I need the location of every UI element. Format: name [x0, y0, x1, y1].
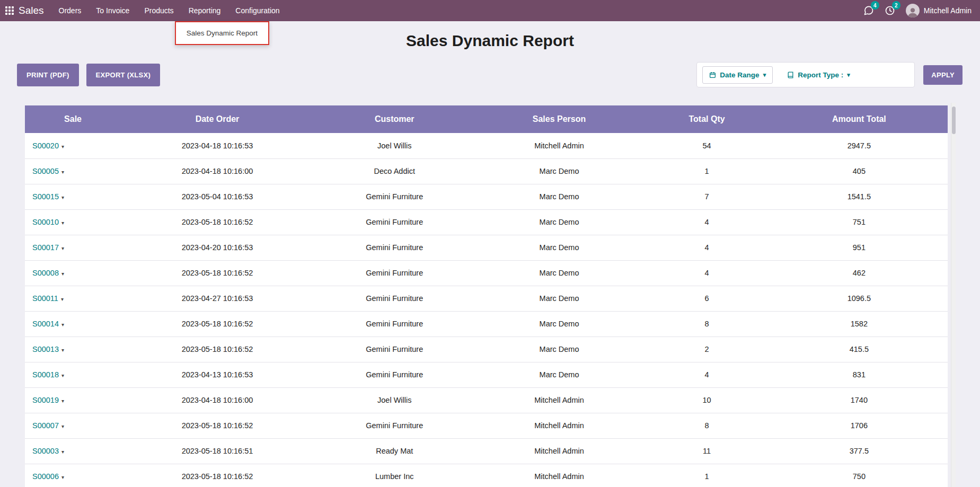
book-icon [787, 72, 794, 78]
cell: 1582 [771, 311, 948, 337]
sale-order-link[interactable]: S00019 [32, 396, 59, 404]
cell: 6 [643, 286, 770, 311]
sale-order-link[interactable]: S00017 [32, 243, 59, 252]
cell: 2947.5 [771, 133, 948, 158]
cell: 4 [643, 209, 770, 235]
sale-cell: S00017▾ [25, 235, 121, 260]
menu-orders[interactable]: Orders [51, 0, 89, 21]
caret-down-icon[interactable]: ▾ [61, 144, 64, 149]
table-scrollbar[interactable] [951, 103, 956, 487]
caret-down-icon[interactable]: ▾ [61, 220, 64, 226]
cell: 2023-05-18 10:16:52 [121, 464, 314, 487]
cell: 1 [643, 464, 770, 487]
sale-order-link[interactable]: S00011 [32, 294, 58, 303]
menu-products[interactable]: Products [137, 0, 181, 21]
cell: 462 [771, 260, 948, 286]
caret-down-icon[interactable]: ▾ [61, 347, 64, 353]
table-header-row: SaleDate OrderCustomerSales PersonTotal … [25, 105, 948, 133]
export-xlsx-button[interactable]: EXPORT (XLSX) [86, 64, 161, 86]
messages-icon[interactable]: 4 [863, 5, 874, 16]
cell: 2023-04-18 10:16:00 [121, 158, 314, 184]
cell: Gemini Furniture [314, 337, 475, 362]
sale-order-link[interactable]: S00006 [32, 472, 59, 481]
caret-down-icon[interactable]: ▾ [61, 296, 64, 302]
caret-down-icon[interactable]: ▾ [61, 423, 64, 429]
apply-button[interactable]: APPLY [923, 65, 963, 85]
cell: Marc Demo [475, 209, 643, 235]
date-range-button[interactable]: Date Range ▾ [702, 66, 773, 84]
sale-order-link[interactable]: S00005 [32, 167, 59, 175]
cell: 2023-05-18 10:16:52 [121, 413, 314, 438]
table-row: S00020▾2023-04-18 10:16:53Joel WillisMit… [25, 133, 948, 158]
scrollbar-thumb[interactable] [952, 107, 956, 134]
systray: 4 2 Mitchell Admin [863, 4, 972, 17]
cell: 2023-04-18 10:16:00 [121, 387, 314, 413]
page-title: Sales Dynamic Report [0, 30, 980, 51]
sale-order-link[interactable]: S00018 [32, 370, 59, 379]
cell: Gemini Furniture [314, 209, 475, 235]
cell: 10 [643, 387, 770, 413]
table-row: S00017▾2023-04-20 10:16:53Gemini Furnitu… [25, 235, 948, 260]
menu-item-sales-dynamic-report[interactable]: Sales Dynamic Report [176, 27, 268, 39]
cell: 8 [643, 311, 770, 337]
activities-clock-icon[interactable]: 2 [885, 5, 895, 16]
user-menu[interactable]: Mitchell Admin [906, 4, 972, 17]
sale-order-link[interactable]: S00008 [32, 269, 59, 277]
print-pdf-button[interactable]: PRINT (PDF) [17, 64, 79, 86]
menu-to-invoice[interactable]: To Invoice [89, 0, 137, 21]
sale-order-link[interactable]: S00010 [32, 218, 59, 226]
sale-cell: S00006▾ [25, 464, 121, 487]
caret-down-icon[interactable]: ▾ [61, 398, 64, 404]
caret-down-icon[interactable]: ▾ [61, 474, 64, 480]
col-header-sale: Sale [25, 105, 121, 133]
app-brand[interactable]: Sales [19, 5, 44, 16]
cell: 2023-05-18 10:16:52 [121, 311, 314, 337]
report-table: SaleDate OrderCustomerSales PersonTotal … [25, 105, 948, 487]
table-row: S00018▾2023-04-13 10:16:53Gemini Furnitu… [25, 362, 948, 387]
report-type-button[interactable]: Report Type : ▾ [780, 66, 857, 84]
table-body: S00020▾2023-04-18 10:16:53Joel WillisMit… [25, 133, 948, 487]
caret-down-icon[interactable]: ▾ [61, 245, 64, 251]
sale-cell: S00008▾ [25, 260, 121, 286]
caret-down-icon: ▾ [763, 72, 766, 78]
cell: 54 [643, 133, 770, 158]
cell: 1740 [771, 387, 948, 413]
sale-order-link[interactable]: S00015 [32, 192, 59, 201]
cell: Ready Mat [314, 438, 475, 464]
cell: 405 [771, 158, 948, 184]
sale-order-link[interactable]: S00014 [32, 320, 59, 328]
cell: Mitchell Admin [475, 438, 643, 464]
caret-down-icon[interactable]: ▾ [61, 194, 64, 200]
sale-order-link[interactable]: S00007 [32, 421, 59, 430]
cell: 2023-05-18 10:16:52 [121, 260, 314, 286]
cell: 2023-04-13 10:16:53 [121, 362, 314, 387]
sale-order-link[interactable]: S00020 [32, 141, 59, 150]
table-row: S00019▾2023-04-18 10:16:00Joel WillisMit… [25, 387, 948, 413]
menu-configuration[interactable]: Configuration [228, 0, 287, 21]
cell: Gemini Furniture [314, 260, 475, 286]
sale-cell: S00005▾ [25, 158, 121, 184]
cell: 7 [643, 184, 770, 209]
cell: 1096.5 [771, 286, 948, 311]
user-name: Mitchell Admin [924, 6, 972, 15]
sale-order-link[interactable]: S00013 [32, 345, 59, 353]
caret-down-icon[interactable]: ▾ [61, 271, 64, 277]
caret-down-icon[interactable]: ▾ [61, 449, 64, 455]
col-header-total-qty: Total Qty [643, 105, 770, 133]
sale-order-link[interactable]: S00003 [32, 447, 59, 455]
cell: 750 [771, 464, 948, 487]
cell: Marc Demo [475, 286, 643, 311]
table-row: S00005▾2023-04-18 10:16:00Deco AddictMar… [25, 158, 948, 184]
cell: Joel Willis [314, 387, 475, 413]
caret-down-icon[interactable]: ▾ [61, 373, 64, 378]
menu-reporting[interactable]: Reporting Sales Dynamic Report [181, 0, 228, 21]
caret-down-icon[interactable]: ▾ [61, 169, 64, 175]
caret-down-icon[interactable]: ▾ [61, 322, 64, 327]
apps-grid-icon[interactable] [5, 6, 14, 15]
cell: 2 [643, 337, 770, 362]
cell: 2023-04-27 10:16:53 [121, 286, 314, 311]
calendar-icon [709, 72, 716, 78]
cell: Marc Demo [475, 311, 643, 337]
col-header-amount-total: Amount Total [771, 105, 948, 133]
sale-cell: S00010▾ [25, 209, 121, 235]
